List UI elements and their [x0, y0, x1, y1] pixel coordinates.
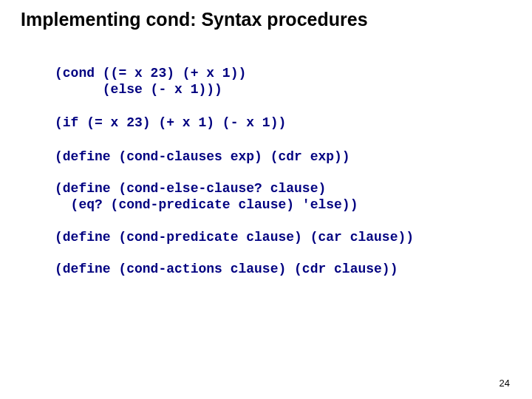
code-line: (define (cond-actions clause) (cdr claus… — [55, 262, 511, 278]
code-content: (cond ((= x 23) (+ x 1)) (else (- x 1)))… — [21, 66, 511, 278]
slide-title: Implementing cond: Syntax procedures — [21, 9, 511, 30]
code-line: (eq? (cond-predicate clause) 'else)) — [55, 197, 511, 214]
code-line: (define (cond-else-clause? clause) — [55, 181, 511, 197]
code-line: (cond ((= x 23) (+ x 1)) — [55, 66, 511, 82]
code-line: (define (cond-clauses exp) (cdr exp)) — [55, 149, 511, 166]
code-line: (define (cond-predicate clause) (car cla… — [55, 230, 511, 246]
code-line: (if (= x 23) (+ x 1) (- x 1)) — [55, 115, 511, 132]
code-line: (else (- x 1))) — [55, 82, 511, 98]
page-number: 24 — [499, 378, 510, 389]
